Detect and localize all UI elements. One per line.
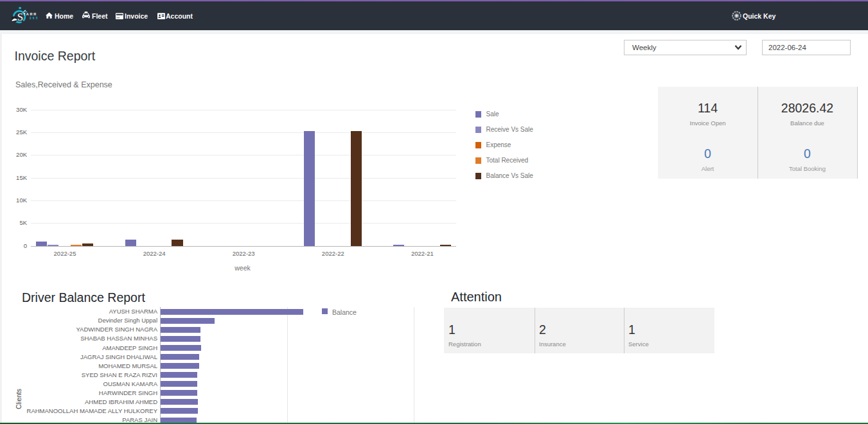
svg-text:S: S	[17, 11, 23, 23]
svg-text:365: 365	[30, 16, 39, 20]
